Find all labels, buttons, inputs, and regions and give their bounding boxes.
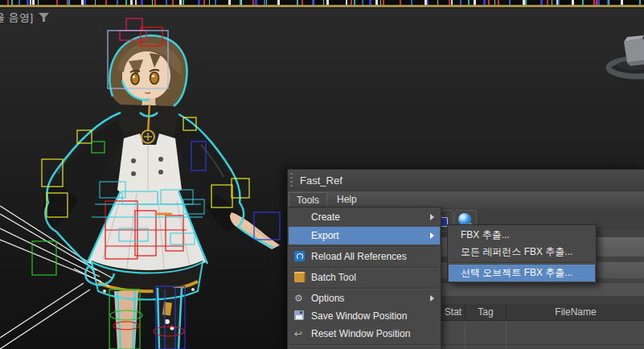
submenu-separator [450,262,593,264]
menubar-item-tools[interactable]: Tools [289,192,327,208]
application-root: 을 음영] Fast_Ref Tools Help Stat Tag FileN… [0,0,644,349]
reference-table-body[interactable] [441,321,644,349]
submenu-item-selected-objects-fbx-export[interactable]: 선택 오브젝트 FBX 추출... [449,265,595,281]
tools-dropdown-menu: Create Export Reload All References Batc… [287,207,441,349]
filter-funnel-icon[interactable] [39,13,50,23]
menu-item-options[interactable]: ⚙ Options [289,289,440,307]
submenu-item-fbx-export[interactable]: FBX 추출... [449,227,595,244]
column-header-stat[interactable]: Stat [441,304,465,320]
submenu-arrow-icon [430,232,434,239]
submenu-item-all-references-fbx-export[interactable]: 모든 레퍼런스 FBX 추출... [449,244,595,261]
viewport-divider-line [0,5,644,8]
gear-icon: ⚙ [294,293,306,304]
menu-item-reset-window-position[interactable]: ↩ Reset Window Position [289,325,440,343]
fastref-title-bar[interactable]: Fast_Ref [288,170,644,191]
package-icon [294,272,306,282]
submenu-arrow-icon [430,295,434,302]
xref-reload-icon [294,251,305,261]
window-title: Fast_Ref [300,174,343,187]
menu-separator [290,344,438,346]
floppy-icon [294,310,304,320]
menu-item-create[interactable]: Create [289,208,440,226]
undo-icon: ↩ [294,328,306,339]
row-line [441,344,644,345]
column-header-filename[interactable]: FileName [507,304,644,320]
title-grip-handle[interactable] [290,173,293,188]
export-submenu: FBX 추출... 모든 레퍼런스 FBX 추출... 선택 오브젝트 FBX … [447,224,597,283]
menu-item-save-window-position[interactable]: Save Window Position [289,307,440,325]
submenu-arrow-icon [430,214,434,220]
menu-item-batch-tool[interactable]: Batch Tool [289,269,440,286]
viewport-shading-label[interactable]: 을 음영] [0,10,34,25]
menu-item-reload-all-references[interactable]: Reload All References [289,248,440,265]
column-header-tag[interactable]: Tag [466,304,506,320]
menu-item-export[interactable]: Export [289,227,440,244]
menubar-item-help[interactable]: Help [330,192,364,207]
